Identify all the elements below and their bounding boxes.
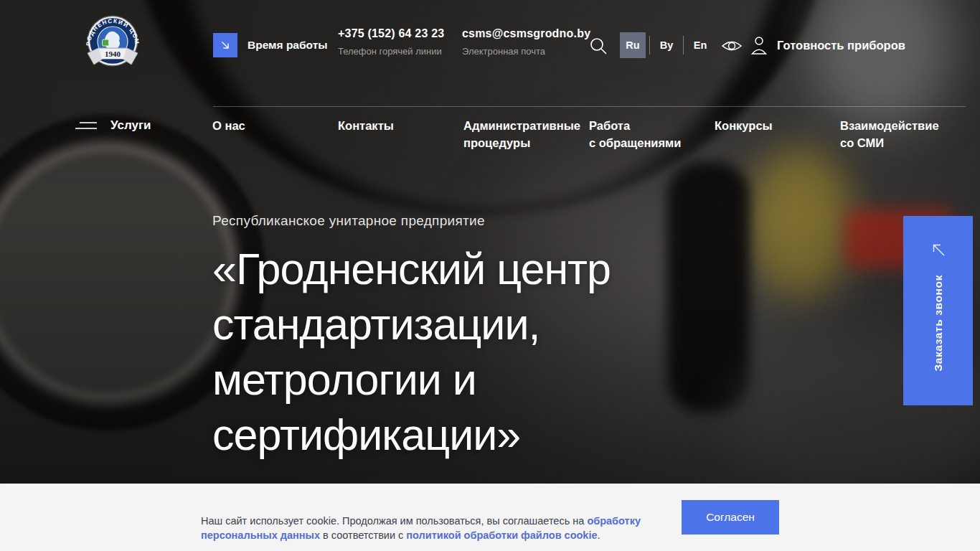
nav-item-admin-procedures[interactable]: Административные процедуры (463, 117, 589, 151)
search-button[interactable] (588, 36, 608, 56)
company-logo[interactable]: ГРОДНЕНСКИЙ ЦСМС 1940 (80, 11, 146, 79)
eye-icon (720, 37, 743, 55)
lang-en[interactable]: En (687, 32, 713, 58)
services-menu-label: Услуги (110, 118, 151, 133)
hotline-phone[interactable]: +375 (152) 64 23 23 Телефон горячей лини… (338, 27, 444, 57)
page-title: «Гродненский центр стандартизации, метро… (212, 242, 611, 463)
arrow-down-right-icon (220, 39, 231, 51)
lang-ru[interactable]: Ru (620, 32, 646, 58)
nav-items: О нас Контакты Административные процедур… (212, 117, 966, 151)
title-line-4: сертификации» (212, 408, 611, 463)
nav-item-contacts[interactable]: Контакты (338, 117, 463, 151)
order-call-label: Заказать звонок (932, 275, 945, 372)
worktime-square (213, 33, 237, 57)
nav-item-appeals[interactable]: Работа с обращениями (589, 117, 715, 151)
top-bar: ГРОДНЕНСКИЙ ЦСМС 1940 Время работы +375 … (0, 0, 980, 106)
cookie-accept-button[interactable]: Согласен (682, 500, 779, 534)
nav-item-media[interactable]: Взаимодействие со СМИ (840, 117, 966, 151)
order-call-button[interactable]: Заказать звонок (903, 216, 973, 405)
worktime-button[interactable]: Время работы (213, 33, 327, 57)
background-yellow-blur (746, 147, 854, 298)
search-icon (588, 36, 608, 56)
logo-year-text: 1940 (105, 50, 121, 58)
arrow-up-left-icon (929, 240, 948, 259)
cookie-policy-link[interactable]: политикой обработки файлов cookie (406, 529, 597, 541)
nav-item-contests[interactable]: Конкурсы (715, 117, 840, 151)
hero-kicker: Республиканское унитарное предприятие (212, 213, 611, 229)
lang-by[interactable]: By (654, 32, 679, 58)
title-line-2: стандартизации, (212, 297, 611, 352)
nav-item-about[interactable]: О нас (212, 117, 338, 151)
language-switcher: Ru By En (620, 32, 713, 58)
email-contact[interactable]: csms@csmsgrodno.by Электронная почта (462, 27, 590, 57)
cookie-text-after: . (598, 529, 600, 541)
cookie-text-middle: в соответствии с (320, 529, 406, 541)
lang-separator (649, 36, 650, 55)
hero-text-block: Республиканское унитарное предприятие «Г… (212, 213, 611, 463)
user-account-button[interactable] (750, 35, 768, 55)
cookie-text-before: Наш сайт использует cookie. Продолжая им… (201, 515, 587, 527)
accessibility-version-button[interactable] (720, 37, 743, 55)
lang-separator (683, 36, 684, 55)
cookie-text: Наш сайт использует cookie. Продолжая им… (201, 514, 649, 542)
hamburger-menu-icon (74, 120, 100, 131)
logo-emblem-icon: ГРОДНЕНСКИЙ ЦСМС 1940 (80, 11, 146, 79)
services-menu-button[interactable]: Услуги (74, 118, 151, 133)
hotline-phone-caption: Телефон горячей линии (338, 46, 444, 57)
cookie-consent-bar: Наш сайт использует cookie. Продолжая им… (0, 484, 980, 551)
background-dark-object (667, 161, 750, 413)
title-line-1: «Гродненский центр (212, 242, 611, 297)
email-address[interactable]: csms@csmsgrodno.by (462, 27, 590, 40)
email-caption: Электронная почта (462, 46, 590, 57)
devices-readiness-link[interactable]: Готовность приборов (777, 39, 905, 52)
title-line-3: метрологии и (212, 352, 611, 408)
hotline-phone-number[interactable]: +375 (152) 64 23 23 (338, 27, 444, 40)
user-icon (750, 35, 768, 55)
topbar-divider (213, 106, 966, 107)
worktime-label: Время работы (248, 39, 327, 52)
hero-section: ГРОДНЕНСКИЙ ЦСМС 1940 Время работы +375 … (0, 0, 980, 484)
